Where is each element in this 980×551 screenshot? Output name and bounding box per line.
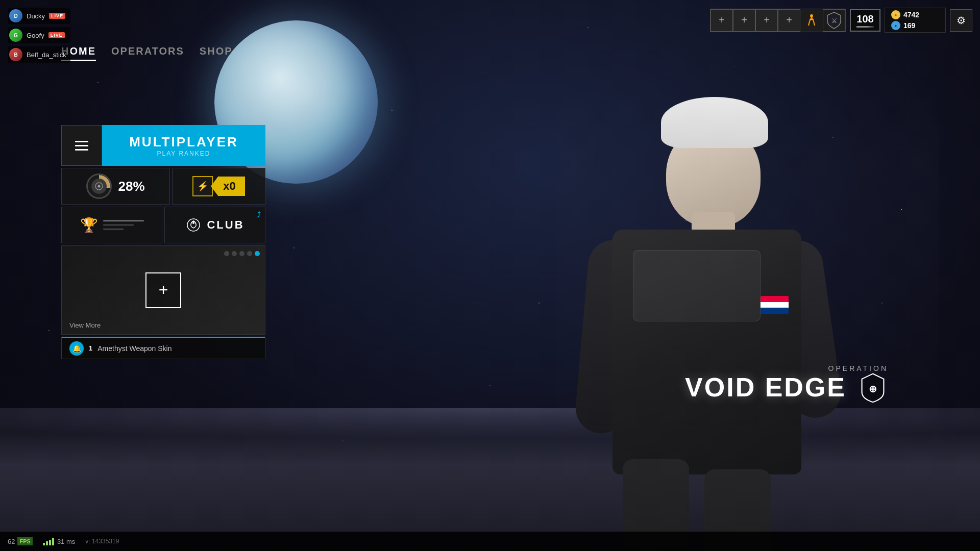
blue-currency-row: ● 169 — [891, 21, 939, 30]
news-card[interactable]: RAINBOWSIX ATOM CATS RAINBOWSIX + View M… — [61, 245, 265, 335]
gold-currency-row: ● 4742 — [891, 10, 939, 19]
menu-icon-button[interactable] — [61, 125, 102, 166]
multiplayer-subtitle: PLAY RANKED — [157, 150, 211, 157]
club-box[interactable]: CLUB ⤴ — [164, 207, 265, 243]
version-text: v: 14335319 — [85, 538, 119, 545]
streamers-panel: D Ducky LIVE G Goofy LIVE B Beff_da_stic… — [8, 8, 70, 63]
player-level: 108 — [856, 13, 873, 25]
main-panel: MULTIPLAYER PLAY RANKED 28% ⚡ x0 — [61, 125, 265, 359]
operation-branding: OPERATION VOID EDGE ⊕ — [685, 364, 888, 403]
dot-4 — [247, 251, 252, 256]
runner-icon[interactable] — [800, 9, 823, 32]
progress-line-2 — [103, 224, 134, 226]
notification-bar: 🔔 1 Amethyst Weapon Skin — [61, 337, 265, 359]
fps-label: FPS — [17, 537, 32, 545]
operation-logo-icon: ⊕ — [857, 372, 888, 403]
hud-add-btn-4[interactable]: + — [778, 9, 800, 32]
live-badge: LIVE — [49, 13, 65, 19]
action-row: 🏆 CLUB ⤴ — [61, 207, 265, 243]
xp-icon — [91, 179, 107, 194]
streamer-name: Beff_da_stick — [27, 51, 66, 59]
player-level-badge: 108 — [850, 9, 880, 32]
multiplayer-button[interactable]: MULTIPLAYER PLAY RANKED — [102, 125, 265, 166]
ping-value: 31 ms — [57, 538, 75, 545]
progress-lines — [103, 220, 144, 230]
trophy-box[interactable]: 🏆 — [61, 207, 162, 243]
progress-line-1 — [103, 220, 144, 221]
hud-add-btn-1[interactable]: + — [710, 9, 733, 32]
stats-row: 28% ⚡ x0 — [61, 168, 265, 205]
shield-emblem[interactable]: ⚔ — [823, 9, 845, 32]
svg-line-4 — [808, 21, 810, 26]
top-right-hud: + + + + ⚔ 108 — [710, 8, 972, 33]
gold-icon: ● — [891, 10, 900, 19]
notification-count: 1 — [89, 344, 92, 352]
streamer-item[interactable]: B Beff_da_stick — [8, 46, 70, 63]
news-add-button[interactable]: + — [145, 272, 181, 308]
dot-3 — [239, 251, 244, 256]
streamer-avatar: G — [9, 29, 22, 42]
streamer-avatar: B — [9, 48, 22, 61]
news-pagination-dots — [224, 251, 260, 256]
streamer-avatar: D — [9, 9, 22, 22]
operation-name: VOID EDGE — [685, 373, 846, 402]
trophy-icon: 🏆 — [80, 217, 98, 234]
fps-counter: 62 FPS — [8, 537, 33, 545]
gold-amount: 4742 — [903, 11, 919, 19]
progress-line-3 — [103, 229, 124, 230]
news-view-more[interactable]: View More — [69, 321, 101, 329]
nav-shop[interactable]: SHOP — [200, 45, 233, 61]
boost-counter: x0 — [218, 177, 244, 196]
svg-text:⚔: ⚔ — [831, 17, 837, 24]
status-bar: 62 FPS 31 ms v: 14335319 — [0, 532, 980, 551]
notification-text: Amethyst Weapon Skin — [97, 344, 172, 353]
external-link-icon: ⤴ — [257, 210, 261, 219]
nav-operators[interactable]: OPERATORS — [111, 45, 184, 61]
svg-text:⊕: ⊕ — [869, 384, 877, 394]
hud-add-group: + + + + ⚔ — [710, 9, 846, 32]
dot-2 — [232, 251, 237, 256]
ubisoft-logo-icon — [185, 217, 202, 233]
fps-value: 62 — [8, 538, 15, 545]
boost-icon: ⚡ — [192, 176, 213, 196]
currency-display: ● 4742 ● 169 — [885, 8, 946, 33]
operation-label: OPERATION — [685, 364, 888, 372]
xp-stat-box[interactable]: 28% — [61, 168, 170, 205]
blue-icon: ● — [891, 21, 900, 30]
operator-character — [556, 66, 939, 551]
dot-1 — [224, 251, 229, 256]
live-badge: LIVE — [48, 32, 65, 38]
hud-add-btn-3[interactable]: + — [755, 9, 778, 32]
hamburger-icon — [75, 141, 88, 151]
streamer-item[interactable]: D Ducky LIVE — [8, 8, 70, 24]
streamer-name: Goofy — [27, 32, 44, 39]
ping-display: 31 ms — [43, 537, 75, 545]
streamer-item[interactable]: G Goofy LIVE — [8, 27, 70, 43]
multiplayer-section: MULTIPLAYER PLAY RANKED — [61, 125, 265, 166]
club-label: CLUB — [207, 218, 244, 232]
svg-line-5 — [814, 21, 815, 26]
settings-button[interactable]: ⚙ — [950, 9, 972, 32]
dot-5-active — [255, 251, 260, 256]
boost-box[interactable]: ⚡ x0 — [172, 168, 265, 205]
svg-point-10 — [192, 222, 194, 224]
streamer-name: Ducky — [27, 12, 45, 20]
svg-point-1 — [810, 14, 813, 17]
multiplayer-title: MULTIPLAYER — [129, 134, 238, 150]
hud-add-btn-2[interactable]: + — [733, 9, 755, 32]
xp-percent: 28% — [118, 179, 144, 194]
notification-bell-icon: 🔔 — [69, 341, 84, 356]
boost-count: x0 — [218, 177, 244, 196]
blue-amount: 169 — [903, 21, 915, 30]
xp-circle — [86, 173, 112, 199]
ping-bars-icon — [43, 537, 54, 545]
